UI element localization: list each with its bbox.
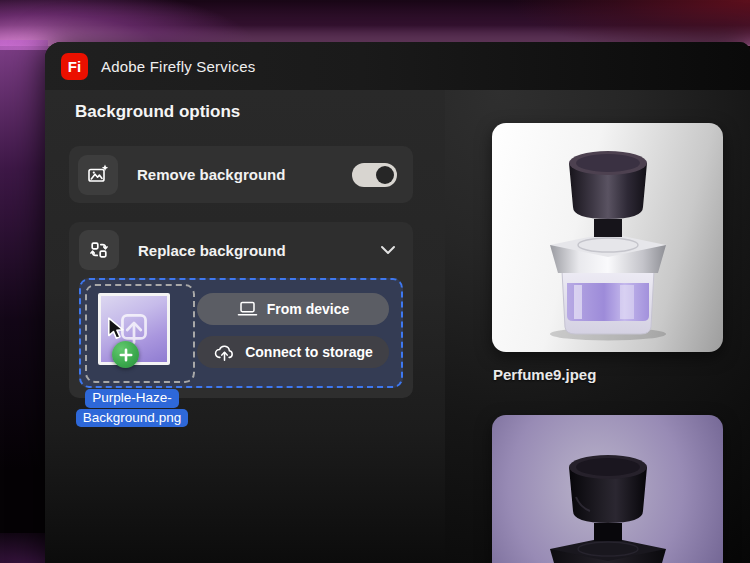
app-title: Adobe Firefly Services [101,58,255,75]
remove-background-label: Remove background [137,166,285,183]
preview-caption: Perfume9.jpeg [493,366,596,383]
swap-icon [79,230,119,270]
from-device-label: From device [267,301,349,317]
panel-title: Background options [75,102,240,122]
cloud-upload-icon [213,343,236,362]
drag-filename-label: Purple-Haze- Background.png [52,388,212,427]
main-area: Background options Remove background [45,90,750,563]
backdrop-glow-left [0,40,48,470]
background-options-panel: Background options Remove background [45,90,445,563]
background-dropzone[interactable]: From device Connect to storage [79,278,403,388]
connect-to-storage-label: Connect to storage [245,344,373,360]
replace-background-card: Replace background [69,222,413,398]
preview-card-replaced-background[interactable] [492,415,723,563]
preview-panel: Perfume9.jpeg [445,90,750,563]
plus-badge-icon [112,341,139,368]
from-device-button[interactable]: From device [197,293,389,325]
perfume-bottle-dark-image [508,437,708,563]
screen: Fi Adobe Firefly Services Background opt… [0,0,750,563]
titlebar: Fi Adobe Firefly Services [45,42,750,90]
app-window: Fi Adobe Firefly Services Background opt… [45,42,750,563]
drag-filename-line1: Purple-Haze- [85,389,179,408]
image-sparkle-icon [78,155,118,195]
drag-filename-line2: Background.png [76,409,188,428]
upload-source-buttons: From device Connect to storage [197,293,389,368]
perfume-bottle-image [508,133,708,343]
replace-background-row[interactable]: Replace background [79,230,403,270]
firefly-logo: Fi [61,53,88,80]
chevron-down-icon[interactable] [380,245,396,255]
remove-background-row[interactable]: Remove background [69,146,413,203]
preview-card-original[interactable] [492,123,723,352]
replace-background-label: Replace background [138,242,286,259]
remove-background-toggle[interactable] [352,163,397,187]
laptop-icon [237,301,258,317]
toggle-knob [376,166,394,184]
connect-to-storage-button[interactable]: Connect to storage [197,336,389,368]
